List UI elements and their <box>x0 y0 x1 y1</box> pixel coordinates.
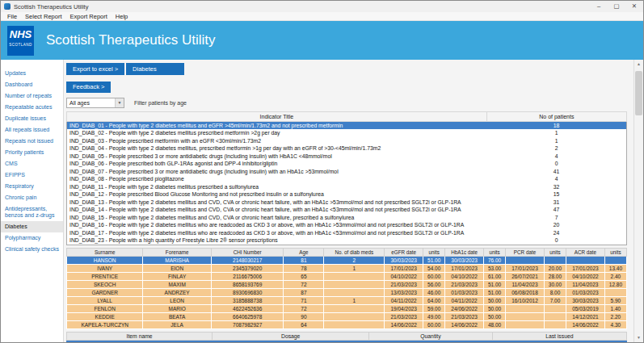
indicator-row[interactable]: IND_DIAB_04 - People with type 2 diabete… <box>67 144 627 153</box>
indicator-title-cell: IND_DIAB_11 - People with type 2 diabete… <box>67 183 487 191</box>
patient-cell: 14/06/2022 <box>445 320 484 328</box>
vertical-scrollbar[interactable]: ▲ ▼ <box>633 60 643 342</box>
patient-column-header: units <box>544 248 566 256</box>
indicator-row[interactable]: IND_DIAB_05 - People prescribed 3 or mor… <box>67 153 627 161</box>
nhs-logo-scotland-text: SCOTLAND <box>7 43 34 47</box>
indicator-count-cell: 18 <box>486 121 626 129</box>
patient-cell: PRENTICE <box>67 272 143 280</box>
item-row[interactable]: Alogliptin Tablets 25 mgONE TO BE TAKEN … <box>67 340 627 342</box>
patient-cell: HANSON <box>67 256 143 264</box>
patient-cell: 7.00 <box>544 296 566 304</box>
export-to-excel-button[interactable]: Export to excel > <box>66 63 124 75</box>
indicator-row[interactable]: IND_DIAB_13 - People with type 2 diabete… <box>67 199 627 207</box>
sidebar-item-all-repeats-issued[interactable]: All repeats issued <box>1 124 63 136</box>
window-title: Scottish Therapeutics Utility <box>14 3 88 10</box>
patient-cell: MAXIM <box>143 280 212 288</box>
sidebar-item-duplicate-issues[interactable]: Duplicate issues <box>1 113 63 124</box>
content-area: UpdatesDashboardNumber of repeatsRepeata… <box>1 60 643 342</box>
indicator-count-cell: 47 <box>486 206 626 214</box>
patient-cell: 72 <box>284 304 324 312</box>
indicator-row[interactable]: IND_DIAB_03 - People prescribed metformi… <box>67 137 627 145</box>
patient-row[interactable]: PRENTICEFINLAY21166750066504/10/202260.0… <box>67 272 627 280</box>
minimize-icon[interactable]: – <box>590 1 608 12</box>
indicator-row[interactable]: IND_DIAB_17 - People with type 2 diabete… <box>67 229 627 237</box>
patient-cell: FINLAY <box>143 272 212 280</box>
patient-column-header: Forename <box>143 248 212 256</box>
indicator-row[interactable]: IND_DIAB_11 - People with type 2 diabete… <box>67 183 627 191</box>
menu-item-select-report[interactable]: Select Report <box>21 12 65 21</box>
sidebar-item-polypharmacy[interactable]: Polypharmacy <box>1 232 63 244</box>
sidebar-item-cms[interactable]: CMS <box>1 158 63 169</box>
sidebar-item-priority-patients[interactable]: Priority patients <box>1 147 63 158</box>
menu-item-help[interactable]: Help <box>112 12 132 21</box>
feedback-row: Feedback > <box>66 77 633 93</box>
indicator-count-cell: 20 <box>486 221 626 229</box>
patient-cell: 56.00 <box>423 280 445 288</box>
nhs-logo-text: NHS <box>7 28 34 40</box>
patient-cell: 30/03/2023 <box>445 256 484 264</box>
close-icon[interactable]: ✕ <box>625 1 643 12</box>
patient-row[interactable]: FENLONMARIO46224526367219/04/202359.0024… <box>67 304 627 312</box>
patient-row[interactable]: KEDDIEBEATA66406259789021/03/202349.0021… <box>67 312 627 320</box>
patient-row[interactable]: KAPELA-TURCZYNJELA70879829276414/06/2022… <box>67 320 627 328</box>
patient-cell: 30/03/2023 <box>566 296 604 304</box>
indicator-row[interactable]: IND_DIAB_02 - People with type 2 diabete… <box>67 129 627 137</box>
sidebar-item-efipps[interactable]: EFIPPS <box>1 169 63 181</box>
patient-cell: 17/01/2023 <box>385 264 423 272</box>
indicator-row[interactable]: IND_DIAB_01 - People with type 2 diabete… <box>67 121 627 129</box>
menu-item-file[interactable]: File <box>3 12 21 21</box>
patient-cell: 05/03/2019 <box>566 304 604 312</box>
patient-cell: 21/03/2023 <box>445 280 484 288</box>
scroll-down-icon[interactable]: ▼ <box>634 333 643 342</box>
sidebar-item-chronic-pain[interactable]: Chronic pain <box>1 192 63 203</box>
indicator-row[interactable]: IND_DIAB_23 - People with a high quantit… <box>67 236 627 245</box>
maximize-icon[interactable]: ▢ <box>608 1 625 12</box>
sidebar-item-respiratory[interactable]: Respiratory <box>1 181 63 192</box>
sidebar-item-repeats-not-issued[interactable]: Repeats not issued <box>1 136 63 147</box>
indicator-count-cell: 7 <box>486 214 626 222</box>
menu-item-export-report[interactable]: Export Report <box>66 12 112 21</box>
feedback-button[interactable]: Feedback > <box>66 82 111 93</box>
indicator-title-cell: IND_DIAB_15 - People with type 2 diabete… <box>67 214 487 222</box>
patient-row[interactable]: SKEOCHMAXIM86581937697221/03/202356.0021… <box>67 280 627 288</box>
sidebar-item-updates[interactable]: Updates <box>1 68 63 79</box>
patient-row[interactable]: GARDNERANDRZEY89306968308713/03/202346.0… <box>67 288 627 296</box>
indicator-row[interactable]: IND_DIAB_08 - People prescribed pioglita… <box>67 175 627 183</box>
sidebar-item-antidepressants-benzos-and-z-drugs[interactable]: Antidepressants, benzos and z-drugs <box>1 203 63 221</box>
indicator-row[interactable]: IND_DIAB_16 - People with type 2 diabete… <box>67 221 627 229</box>
indicator-title-cell: IND_DIAB_16 - People with type 2 diabete… <box>67 221 487 229</box>
patient-cell: 04/10/2022 <box>385 272 423 280</box>
patient-cell: 87 <box>284 288 324 296</box>
indicator-row[interactable]: IND_DIAB_12 - People prescribed Blood Gl… <box>67 190 627 199</box>
patient-cell: 20.00 <box>544 264 566 272</box>
item-table-header-row: Item nameDosageQuantityLast issued <box>67 332 627 340</box>
patient-cell: 81 <box>284 256 324 264</box>
indicator-count-cell: 1 <box>486 137 626 145</box>
indicator-count-cell: 1 <box>486 129 626 137</box>
indicator-row[interactable]: IND_DIAB_14 - People with type 2 diabete… <box>67 206 627 214</box>
sidebar-item-diabetes[interactable]: Diabetes <box>1 221 63 232</box>
sidebar-item-clinical-safety-checks[interactable]: Clinical safety checks <box>1 244 63 255</box>
patient-row[interactable]: LYALLLEON318588873871104/11/202264.0004/… <box>67 296 627 304</box>
patient-cell: 2116675006 <box>211 272 283 280</box>
indicator-count-cell: 4 <box>486 153 626 161</box>
indicator-row[interactable]: IND_DIAB_07 - People prescribed 3 or mor… <box>67 168 627 176</box>
patient-cell: 1 <box>324 296 385 304</box>
sidebar-item-repeatable-acutes[interactable]: Repeatable acutes <box>1 102 63 113</box>
indicator-title-cell: IND_DIAB_23 - People with a high quantit… <box>67 236 487 245</box>
age-filter-dropdown[interactable]: All ages ▼ <box>66 98 124 108</box>
patient-cell <box>324 304 385 312</box>
main-panel: Export to excel > Diabetes Feedback > Al… <box>64 60 633 342</box>
scrollbar-thumb[interactable] <box>635 71 642 115</box>
patient-row[interactable]: HANSONMARISHA214803021781230/03/202351.0… <box>67 256 627 264</box>
sidebar-item-dashboard[interactable]: Dashboard <box>1 79 63 90</box>
patient-row[interactable]: IVANYEION234537902078117/01/202354.0017/… <box>67 264 627 272</box>
patient-cell <box>544 320 566 328</box>
indicator-row[interactable]: IND_DIAB_15 - People with type 2 diabete… <box>67 214 627 222</box>
indicator-row[interactable]: IND_DIAB_06 - People prescribed both GLP… <box>67 160 627 168</box>
scroll-up-icon[interactable]: ▲ <box>634 60 643 69</box>
patient-cell: 17/01/2023 <box>566 264 604 272</box>
patient-cell: 50.00 <box>484 296 506 304</box>
indicator-title-cell: IND_DIAB_14 - People with type 2 diabete… <box>67 206 487 214</box>
sidebar-item-number-of-repeats[interactable]: Number of repeats <box>1 90 63 102</box>
